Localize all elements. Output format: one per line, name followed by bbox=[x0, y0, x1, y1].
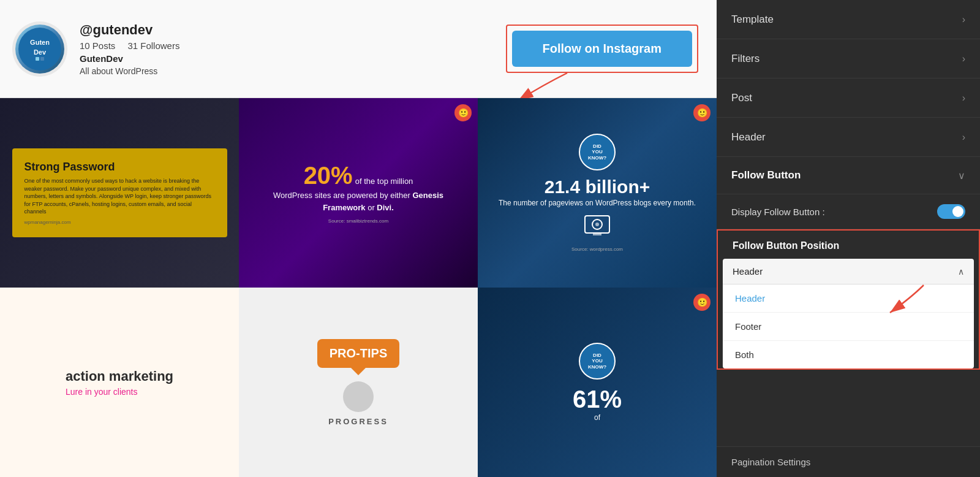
post-subtitle: Lure in your clients bbox=[66, 387, 173, 397]
sidebar-item-header[interactable]: Header › bbox=[717, 118, 980, 157]
avatar: Guten Dev bbox=[12, 21, 67, 77]
svg-text:Dev: Dev bbox=[34, 48, 47, 56]
svg-point-9 bbox=[595, 223, 599, 226]
post-url: Source: wordpress.com bbox=[499, 246, 696, 252]
pro-tips-badge: PRO-TIPS bbox=[317, 339, 399, 368]
post-item: Strong Password One of the most commonly… bbox=[0, 98, 239, 288]
follow-button-box: Follow on Instagram bbox=[506, 25, 698, 73]
follow-button-header[interactable]: Follow Button ∨ bbox=[717, 157, 980, 194]
post-percentage: 20% bbox=[304, 162, 353, 189]
profile-stats: 10 Posts 31 Followers bbox=[80, 40, 179, 51]
svg-rect-4 bbox=[40, 57, 44, 61]
sidebar-item-filters[interactable]: Filters › bbox=[717, 39, 980, 78]
chevron-right-icon: › bbox=[962, 93, 965, 104]
main-content: Guten Dev @gutendev 10 Posts 31 Follower… bbox=[0, 0, 717, 477]
profile-handle: @gutendev bbox=[80, 22, 179, 38]
pagination-settings-bar[interactable]: Pagination Settings bbox=[717, 446, 980, 477]
follow-button-section: Follow Button ∨ Display Follow Button : … bbox=[717, 157, 980, 370]
post-text: WordPress sites are powered by either Ge… bbox=[251, 189, 466, 213]
svg-text:Guten: Guten bbox=[30, 39, 50, 46]
sidebar-item-template[interactable]: Template › bbox=[717, 0, 980, 39]
chevron-up-icon: ∧ bbox=[958, 267, 964, 277]
posts-count: 10 Posts bbox=[80, 40, 115, 51]
post-text: One of the most commonly used ways to ha… bbox=[24, 177, 215, 216]
sidebar-item-label: Filters bbox=[731, 53, 760, 65]
display-follow-row: Display Follow Button : bbox=[717, 194, 980, 229]
post-number: 21.4 billion+ bbox=[499, 177, 696, 197]
dropdown-selected-value: Header bbox=[733, 266, 763, 277]
position-dropdown[interactable]: Header ∧ bbox=[723, 259, 974, 284]
sidebar: Template › Filters › Post › Header › Fol… bbox=[717, 0, 980, 477]
post-subtitle: PROGRESS bbox=[317, 417, 399, 426]
post-item: action marketing Lure in your clients bbox=[0, 288, 239, 477]
dropdown-arrow-indicator bbox=[881, 279, 930, 316]
post-text: The number of pageviews on WordPress blo… bbox=[499, 197, 696, 208]
red-badge: 🙂 bbox=[693, 104, 710, 121]
profile-left: Guten Dev @gutendev 10 Posts 31 Follower… bbox=[12, 21, 179, 77]
followers-count: 31 Followers bbox=[127, 40, 179, 51]
svg-rect-7 bbox=[593, 233, 601, 235]
chevron-up-icon: ∨ bbox=[958, 170, 965, 181]
post-title: action marketing bbox=[66, 368, 173, 384]
dropdown-options: Header Footer Both bbox=[723, 284, 974, 368]
sidebar-item-label: Post bbox=[731, 92, 752, 104]
sidebar-item-label: Header bbox=[731, 131, 766, 143]
dropdown-option-footer[interactable]: Footer bbox=[723, 313, 974, 341]
red-badge: 🙂 bbox=[693, 294, 710, 311]
display-follow-label: Display Follow Button : bbox=[731, 207, 825, 217]
profile-info: @gutendev 10 Posts 31 Followers GutenDev… bbox=[80, 22, 179, 76]
chevron-right-icon: › bbox=[962, 53, 965, 64]
post-item: 🙂 20% of the top million WordPress sites… bbox=[239, 98, 478, 288]
position-title: Follow Button Position bbox=[733, 240, 839, 251]
position-header: Follow Button Position bbox=[718, 231, 979, 259]
post-title: Strong Password bbox=[24, 161, 215, 174]
sidebar-item-label: Template bbox=[731, 13, 774, 26]
avatar-inner: Guten Dev bbox=[15, 25, 64, 74]
follow-instagram-button[interactable]: Follow on Instagram bbox=[512, 31, 692, 67]
follow-button-position-section: Follow Button Position Header ∧ bbox=[717, 229, 980, 370]
chevron-right-icon: › bbox=[962, 14, 965, 25]
profile-header: Guten Dev @gutendev 10 Posts 31 Follower… bbox=[0, 0, 717, 98]
pagination-settings-label: Pagination Settings bbox=[731, 457, 810, 467]
chevron-right-icon: › bbox=[962, 132, 965, 143]
post-url: wpmanagerninja.com bbox=[24, 219, 215, 225]
follow-button-title: Follow Button bbox=[731, 169, 801, 181]
sidebar-item-post[interactable]: Post › bbox=[717, 78, 980, 118]
profile-name: GutenDev bbox=[80, 53, 179, 64]
post-item: 🙂 DIDYOUKNOW? 61% of bbox=[478, 288, 717, 477]
dropdown-option-both[interactable]: Both bbox=[723, 341, 974, 368]
svg-rect-3 bbox=[36, 57, 39, 61]
post-item: 🙂 DIDYOUKNOW? 21.4 billion+ The number o… bbox=[478, 98, 717, 288]
dropdown-option-header[interactable]: Header bbox=[723, 284, 974, 313]
profile-bio: All about WordPress bbox=[80, 66, 179, 76]
follow-button-wrapper: Follow on Instagram bbox=[506, 25, 698, 73]
red-badge: 🙂 bbox=[454, 104, 472, 121]
posts-grid: Strong Password One of the most commonly… bbox=[0, 98, 717, 477]
post-url: Source: smallbiztrends.com bbox=[251, 218, 466, 224]
post-text: of bbox=[573, 413, 622, 422]
follow-button-toggle[interactable] bbox=[937, 204, 965, 219]
post-item: PRO-TIPS PROGRESS bbox=[239, 288, 478, 477]
post-number: 61% bbox=[573, 386, 622, 413]
